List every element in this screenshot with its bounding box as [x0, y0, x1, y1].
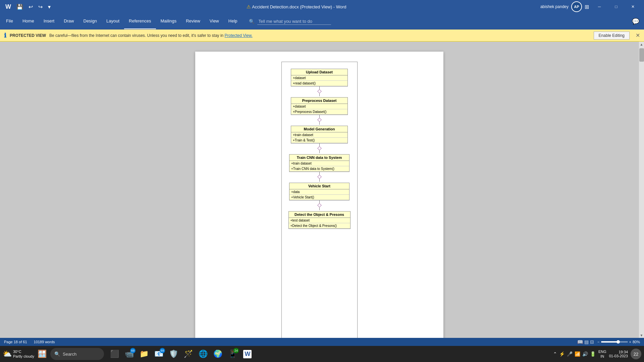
tab-draw[interactable]: Draw — [59, 13, 78, 29]
taskbar-app-antivirus[interactable]: 🛡️ — [167, 347, 180, 361]
close-button[interactable]: ✕ — [625, 0, 641, 13]
redo-icon[interactable]: ↪ — [36, 2, 45, 11]
uml-method: +Vehicle Start() — [289, 195, 349, 200]
print-view-icon[interactable]: ▤ — [584, 339, 589, 345]
close-bar-icon[interactable]: ✕ — [636, 32, 640, 39]
web-view-icon[interactable]: ⊟ — [590, 339, 594, 345]
enable-editing-button[interactable]: Enable Editing — [594, 32, 630, 40]
diamond-icon — [317, 203, 322, 207]
taskbar-search-box[interactable]: 🔍 Search — [50, 348, 104, 360]
weather-condition: Partly cloudy — [13, 354, 34, 359]
zoom-slider[interactable] — [601, 341, 628, 343]
uml-class-header: Detect the Object & Presons — [289, 212, 350, 218]
connector-2 — [318, 115, 321, 126]
notification-icon[interactable]: 22 — [631, 349, 641, 359]
tab-references[interactable]: References — [124, 13, 156, 29]
word-count: 10189 words — [34, 340, 55, 344]
taskbar-apps: ⬛ 📹 69 📁 📧 69 🛡️ 🪄 🌐 🌍 📱 24 W — [108, 347, 254, 361]
taskbar-app-explorer[interactable]: 📁 — [138, 347, 151, 361]
title-bar: W 💾 ↩ ↪ ▾ ⚠ Accident Detection.docx (Pro… — [0, 0, 644, 13]
maximize-button[interactable]: □ — [608, 0, 624, 13]
uml-class-header: Train CNN data to System — [289, 155, 349, 161]
tab-help[interactable]: Help — [224, 13, 242, 29]
battery-icon[interactable]: 🔋 — [590, 351, 596, 357]
scroll-down-arrow[interactable]: ▼ — [639, 333, 644, 338]
zoom-fill — [601, 341, 617, 343]
taskbar-app-taskview[interactable]: ⬛ — [108, 347, 121, 361]
save-icon[interactable]: 💾 — [14, 2, 25, 11]
uml-method: +Train & Test() — [291, 138, 347, 143]
tab-file[interactable]: File — [1, 13, 18, 29]
zoom-level: 80% — [633, 340, 640, 344]
taskbar-app-word[interactable]: W — [241, 347, 254, 361]
system-clock[interactable]: 19:34 01-03-2023 — [609, 350, 628, 358]
uml-class-model-gen: Model Generation +train dataset +Train &… — [291, 126, 348, 143]
wifi-icon[interactable]: 📶 — [575, 351, 580, 357]
zoom-thumb[interactable] — [616, 340, 620, 344]
read-view-icon[interactable]: 📖 — [577, 339, 583, 345]
document-title: Accident Detection.docx (Protected View)… — [252, 4, 346, 9]
tab-view[interactable]: View — [205, 13, 224, 29]
start-button[interactable]: 🪟 — [36, 347, 49, 361]
main-area: Upload Dataset +dataset +read dataset() … — [0, 42, 644, 338]
layout-icon[interactable]: ⊞ — [585, 4, 589, 10]
microphone-icon[interactable]: 🎤 — [567, 351, 573, 357]
uml-attr: +train dataset — [291, 132, 347, 138]
diamond-icon — [317, 146, 322, 150]
scroll-thumb[interactable] — [639, 48, 644, 62]
tab-insert[interactable]: Insert — [39, 13, 59, 29]
connector-1 — [318, 86, 321, 97]
vertical-scrollbar[interactable]: ▲ ▼ — [639, 42, 644, 338]
tab-design[interactable]: Design — [79, 13, 102, 29]
protected-label: PROTECTED VIEW — [10, 33, 46, 38]
taskbar-right: ⌃ ⚡ 🎤 📶 🔊 🔋 ENG IN 19:34 01-03-2023 22 — [553, 349, 641, 359]
word-icon: W — [243, 350, 252, 358]
taskbar-app-ai[interactable]: 🪄 — [182, 347, 195, 361]
connector-3 — [318, 143, 321, 154]
ribbon-search-input[interactable] — [257, 18, 331, 25]
tab-home[interactable]: Home — [18, 13, 39, 29]
zoom-in-icon[interactable]: + — [629, 340, 631, 344]
diamond-icon — [317, 89, 322, 94]
teams-badge: 69 — [130, 348, 136, 353]
connector-5 — [318, 200, 321, 211]
search-label: Search — [63, 352, 76, 357]
tab-layout[interactable]: Layout — [102, 13, 124, 29]
minimize-button[interactable]: ─ — [592, 0, 607, 13]
weather-info: 30°C Partly cloudy — [13, 349, 34, 359]
uml-class-train-cnn: Train CNN data to System +train dataset … — [289, 154, 350, 172]
word-logo-icon: W — [3, 2, 13, 12]
tab-review[interactable]: Review — [181, 13, 205, 29]
chevron-up-icon[interactable]: ⌃ — [553, 351, 557, 357]
taskbar-app-chrome[interactable]: 🌍 — [211, 347, 225, 361]
bluetooth-icon[interactable]: ⚡ — [559, 351, 565, 357]
taskbar-app-teams[interactable]: 📹 69 — [123, 347, 136, 361]
status-bar-right: 📖 ▤ ⊟ − + 80% — [577, 339, 640, 345]
ribbon-right: 💬 — [632, 13, 643, 29]
uml-class-detect-object: Detect the Object & Presons +test datase… — [288, 211, 351, 229]
volume-icon[interactable]: 🔊 — [582, 351, 588, 357]
undo-icon[interactable]: ↩ — [26, 2, 35, 11]
window-controls: ─ □ ✕ — [592, 0, 641, 13]
quick-access: W 💾 ↩ ↪ ▾ — [3, 2, 53, 12]
clock-date: 01-03-2023 — [609, 354, 628, 358]
chat-icon[interactable]: 💬 — [632, 18, 639, 25]
clock-time: 19:34 — [609, 350, 628, 354]
warning-icon: ⚠ — [247, 4, 251, 9]
taskbar-app-edge[interactable]: 🌐 — [197, 347, 210, 361]
user-avatar[interactable]: AP — [571, 1, 582, 12]
uml-attr: +test dataset — [289, 218, 350, 223]
search-ribbon-icon: 🔍 — [249, 19, 255, 24]
language-indicator[interactable]: ENG IN — [598, 349, 606, 359]
zoom-out-icon[interactable]: − — [597, 340, 599, 344]
taskbar-app-mail[interactable]: 📧 69 — [152, 347, 166, 361]
tab-mailings[interactable]: Mailings — [156, 13, 181, 29]
taskbar-app-phone[interactable]: 📱 24 — [226, 347, 239, 361]
customize-icon[interactable]: ▾ — [46, 2, 53, 11]
title-bar-left: W 💾 ↩ ↪ ▾ — [3, 2, 53, 12]
protected-view-bar: ℹ PROTECTED VIEW Be careful—files from t… — [0, 29, 644, 42]
uml-class-upload-dataset: Upload Dataset +dataset +read dataset() — [291, 69, 348, 86]
protected-view-link[interactable]: Protected View. — [225, 33, 253, 38]
scroll-up-arrow[interactable]: ▲ — [639, 42, 644, 47]
title-bar-center: ⚠ Accident Detection.docx (Protected Vie… — [53, 4, 540, 9]
